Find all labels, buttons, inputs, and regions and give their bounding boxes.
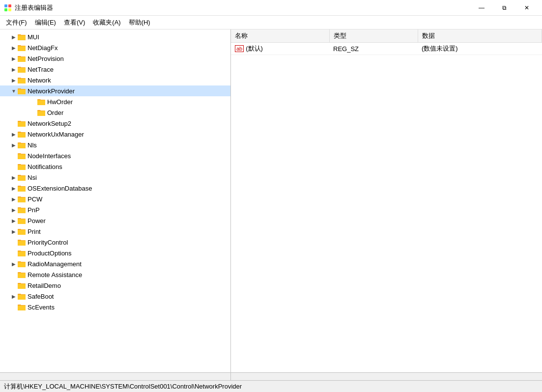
tree-scroll[interactable]: ▶ MUI ▶ NetDiagFx ▶ NetProvis: [0, 29, 230, 372]
folder-icon-nsi: [18, 173, 26, 181]
folder-icon-nodeinterfaces: [18, 152, 26, 160]
menu-bar: 文件(F) 编辑(E) 查看(V) 收藏夹(A) 帮助(H): [0, 16, 542, 29]
expand-icon-nls: ▶: [10, 141, 18, 149]
folder-icon-remoteassistance: [18, 271, 26, 279]
tree-item-hworder[interactable]: ▶ HwOrder: [0, 96, 230, 107]
tree-item-networkprovider[interactable]: ▼ NetworkProvider: [0, 85, 230, 96]
folder-icon-nls: [18, 141, 26, 149]
folder-icon-scevents: [18, 303, 26, 311]
tree-item-pcw[interactable]: ▶ PCW: [0, 194, 230, 204]
tree-item-notifications[interactable]: ▶ Notifications: [0, 161, 230, 172]
tree-label-nettrace: NetTrace: [28, 66, 54, 73]
reg-name-cell: ab(默认): [231, 43, 329, 55]
right-horizontal-scrollbar[interactable]: [231, 373, 542, 380]
registry-table: 名称 类型 数据 ab(默认) REG_SZ (数值未设置): [231, 29, 542, 55]
tree-item-remoteassistance[interactable]: ▶ Remote Assistance: [0, 269, 230, 280]
svg-rect-2: [4, 8, 7, 11]
app-icon: [4, 4, 12, 12]
tree-item-nls[interactable]: ▶ Nls: [0, 140, 230, 150]
expand-icon-mui: ▶: [10, 33, 18, 41]
minimize-button[interactable]: —: [470, 0, 493, 16]
tree-horizontal-scrollbar[interactable]: [0, 373, 231, 380]
title-bar-left: 注册表编辑器: [4, 3, 53, 12]
tree-label-power: Power: [28, 217, 46, 224]
folder-icon-print: [18, 227, 26, 235]
right-scroll[interactable]: 名称 类型 数据 ab(默认) REG_SZ (数值未设置): [231, 29, 542, 372]
expand-icon-radiomanagement: ▶: [10, 260, 18, 268]
tree-item-safeboot[interactable]: ▶ SafeBoot: [0, 291, 230, 302]
restore-button[interactable]: ⧉: [493, 0, 515, 16]
tree-item-nettrace[interactable]: ▶ NetTrace: [0, 64, 230, 75]
tree-label-notifications: Notifications: [28, 163, 62, 170]
menu-file[interactable]: 文件(F): [2, 16, 31, 29]
folder-icon-retaildemo: [18, 281, 26, 289]
tree-item-pnp[interactable]: ▶ PnP: [0, 204, 230, 215]
expand-icon-nsi: ▶: [10, 173, 18, 181]
reg-type-cell: REG_SZ: [329, 43, 418, 55]
col-header-data[interactable]: 数据: [418, 29, 542, 43]
tree-item-prioritycontrol[interactable]: ▶ PriorityControl: [0, 237, 230, 248]
tree-label-network: Network: [28, 77, 51, 84]
tree-item-mui[interactable]: ▶ MUI: [0, 31, 230, 42]
horizontal-scrollbar-container: [0, 372, 542, 380]
tree-label-scevents: ScEvents: [28, 304, 55, 311]
tree-item-network[interactable]: ▶ Network: [0, 75, 230, 85]
status-path: 计算机\HKEY_LOCAL_MACHINE\SYSTEM\ControlSet…: [4, 382, 242, 391]
folder-icon-prioritycontrol: [18, 238, 26, 246]
folder-icon-order: [37, 109, 45, 116]
table-row[interactable]: ab(默认) REG_SZ (数值未设置): [231, 43, 542, 55]
expand-icon-pnp: ▶: [10, 206, 18, 214]
reg-data-cell: (数值未设置): [418, 43, 542, 55]
tree-label-productoptions: ProductOptions: [28, 250, 72, 257]
expand-icon-networkprovider: ▼: [10, 87, 18, 95]
tree-item-netdiagfx[interactable]: ▶ NetDiagFx: [0, 42, 230, 53]
svg-rect-1: [8, 4, 11, 7]
col-header-type[interactable]: 类型: [329, 29, 418, 43]
folder-icon-networkprovider: [18, 87, 26, 95]
col-header-name[interactable]: 名称: [231, 29, 329, 43]
menu-view[interactable]: 查看(V): [60, 16, 89, 29]
tree-item-nodeinterfaces[interactable]: ▶ NodeInterfaces: [0, 150, 230, 161]
window-title: 注册表编辑器: [15, 3, 53, 12]
tree-label-nodeinterfaces: NodeInterfaces: [28, 152, 71, 160]
expand-icon-safeboot: ▶: [10, 292, 18, 300]
tree-label-retaildemo: RetailDemo: [28, 282, 61, 289]
tree-label-order: Order: [47, 109, 63, 116]
menu-help[interactable]: 帮助(H): [125, 16, 154, 29]
tree-item-power[interactable]: ▶ Power: [0, 215, 230, 226]
folder-icon-pnp: [18, 206, 26, 214]
status-bar: 计算机\HKEY_LOCAL_MACHINE\SYSTEM\ControlSet…: [0, 380, 542, 392]
folder-icon-mui: [18, 33, 26, 41]
tree-label-netdiagfx: NetDiagFx: [28, 44, 57, 52]
expand-icon-network: ▶: [10, 76, 18, 84]
expand-icon-power: ▶: [10, 217, 18, 224]
tree-item-networkuxmanager[interactable]: ▶ NetworkUxManager: [0, 129, 230, 140]
expand-icon-nettrace: ▶: [10, 65, 18, 73]
tree-label-netprovision: NetProvision: [28, 55, 64, 62]
tree-item-osextensiondatabase[interactable]: ▶ OSExtensionDatabase: [0, 183, 230, 194]
tree-item-nsi[interactable]: ▶ Nsi: [0, 172, 230, 183]
tree-item-retaildemo[interactable]: ▶ RetailDemo: [0, 280, 230, 291]
tree-label-prioritycontrol: PriorityControl: [28, 239, 68, 246]
expand-icon-pcw: ▶: [10, 195, 18, 203]
tree-label-networksetup2: NetworkSetup2: [28, 120, 71, 127]
expand-icon-netprovision: ▶: [10, 55, 18, 62]
tree-item-netprovision[interactable]: ▶ NetProvision: [0, 53, 230, 64]
tree-item-networksetup2[interactable]: ▶ NetworkSetup2: [0, 118, 230, 129]
tree-pane: ▶ MUI ▶ NetDiagFx ▶ NetProvis: [0, 29, 231, 372]
tree-label-nls: Nls: [28, 141, 37, 149]
tree-item-radiomanagement[interactable]: ▶ RadioManagement: [0, 258, 230, 269]
menu-favorites[interactable]: 收藏夹(A): [89, 16, 124, 29]
folder-icon-power: [18, 217, 26, 224]
tree-item-productoptions[interactable]: ▶ ProductOptions: [0, 248, 230, 258]
tree-item-scevents[interactable]: ▶ ScEvents: [0, 302, 230, 312]
tree-label-networkuxmanager: NetworkUxManager: [28, 131, 84, 138]
tree-item-order[interactable]: ▶ Order: [0, 107, 230, 118]
expand-icon-networkuxmanager: ▶: [10, 130, 18, 138]
tree-item-print[interactable]: ▶ Print: [0, 226, 230, 237]
main-content: ▶ MUI ▶ NetDiagFx ▶ NetProvis: [0, 29, 542, 372]
folder-icon-productoptions: [18, 249, 26, 257]
menu-edit[interactable]: 编辑(E): [31, 16, 60, 29]
svg-rect-3: [8, 8, 11, 11]
close-button[interactable]: ✕: [515, 0, 538, 16]
